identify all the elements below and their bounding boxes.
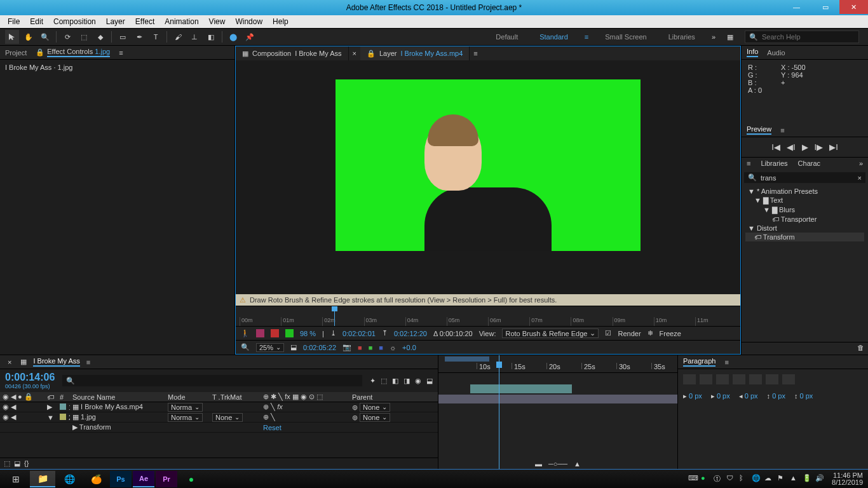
panel-menu-icon[interactable]: ≡ (724, 358, 728, 366)
comp-mini-flowchart-icon[interactable]: ✦ (370, 377, 376, 385)
search-help-field[interactable]: 🔍 (745, 30, 859, 43)
timeline-playhead[interactable] (499, 355, 499, 469)
graph-editor-icon[interactable]: ⬓ (426, 377, 433, 385)
effects-search[interactable]: 🔍 × (744, 172, 865, 183)
roto-percent[interactable]: 98 % (300, 330, 316, 337)
taskbar-chrome-icon[interactable]: 🌐 (57, 471, 82, 487)
brush-tool-icon[interactable]: 🖌 (171, 30, 185, 44)
layer-bar-2[interactable] (438, 395, 677, 403)
col-source-name[interactable]: Source Name (70, 393, 165, 401)
tab-info[interactable]: Info (747, 48, 758, 57)
magnify-icon[interactable]: 🔍 (241, 343, 250, 351)
tray-volume-icon[interactable]: 🔊 (815, 474, 825, 484)
mode-dropdown[interactable]: Norma ⌄ (168, 403, 203, 412)
type-tool-icon[interactable]: T (149, 30, 163, 44)
camera-tool-icon[interactable]: ⬚ (77, 30, 91, 44)
start-button[interactable]: ⊞ (3, 471, 29, 487)
transform-reset[interactable]: Reset (261, 424, 299, 431)
workspace-grid-icon[interactable]: ▦ (727, 33, 733, 41)
justify-all-icon[interactable] (782, 374, 795, 384)
fx-blurs[interactable]: ▼ ▇ Blurs (745, 205, 864, 215)
channel-red-icon[interactable]: ■ (358, 344, 362, 351)
channel-green-icon[interactable]: ■ (369, 344, 373, 351)
timeline-search[interactable]: 🔍 (62, 375, 362, 386)
panel-menu-icon[interactable]: ≡ (470, 50, 481, 57)
menu-view[interactable]: View (204, 17, 231, 26)
render-checkbox[interactable]: ☑ (605, 329, 611, 337)
tab-composition[interactable]: ▦ Composition I Broke My Ass (236, 46, 349, 60)
roto-in-time[interactable]: 0:02:02:01 (342, 330, 376, 337)
timeline-comp-name[interactable]: I Broke My Ass (33, 357, 79, 367)
toggle-modes-icon[interactable]: ⬓ (14, 459, 20, 468)
roto-swatch-red[interactable] (271, 329, 279, 337)
tab-paragraph[interactable]: Paragraph (683, 357, 715, 367)
align-right-icon[interactable] (716, 374, 729, 384)
freeze-icon[interactable]: ❄ (648, 329, 653, 337)
workspace-default[interactable]: Default (491, 32, 523, 42)
menu-file[interactable]: File (3, 17, 25, 26)
mini-playhead[interactable] (334, 308, 335, 326)
search-help-input[interactable] (762, 33, 855, 41)
tab-layer[interactable]: 🔒 Layer I Broke My Ass.mp4 (360, 46, 470, 60)
work-area-bar[interactable] (445, 356, 489, 362)
tab-effect-controls[interactable]: Effect Controls (47, 48, 93, 55)
maximize-button[interactable]: ▭ (811, 0, 839, 14)
mode-dropdown[interactable]: Norma ⌄ (168, 413, 203, 422)
align-center-icon[interactable] (700, 374, 712, 384)
workspace-small-screen[interactable]: Small Screen (600, 32, 651, 42)
tray-cloud-icon[interactable]: ☁ (764, 474, 775, 484)
roto-brush-tool-icon[interactable]: ⬤ (226, 30, 240, 44)
panel-menu-icon[interactable]: ≡ (742, 158, 756, 170)
tray-flag-icon[interactable]: ⚑ (777, 474, 787, 484)
roto-swatch-magenta[interactable] (256, 329, 264, 337)
align-left-icon[interactable] (683, 374, 696, 384)
close-button[interactable]: ✕ (839, 0, 868, 14)
in-point-icon[interactable]: ⤓ (330, 329, 336, 337)
space-before[interactable]: ↕ 0 px (767, 392, 785, 400)
pan-behind-tool-icon[interactable]: ◆ (93, 30, 107, 44)
taskbar-premiere-icon[interactable]: Pr (156, 471, 177, 487)
timeline-track-area[interactable]: 10s 15s 20s 25s 30s 35s ▬ ─○── ▲ (438, 355, 677, 469)
snapshot-icon[interactable]: 📷 (342, 343, 351, 351)
layer-bar-1[interactable] (470, 384, 572, 393)
taskbar-explorer-icon[interactable]: 📁 (30, 471, 55, 487)
fx-animation-presets[interactable]: ▼ * Animation Presets (745, 187, 864, 196)
layer-mini-timeline[interactable]: 00m 01m 02m 03m 04m 05m 06m 07m 08m 09m … (236, 306, 740, 326)
view-dropdown[interactable]: Roto Brush & Refine Edge ⌄ (502, 329, 599, 338)
play-icon[interactable]: ▶ (802, 142, 808, 152)
layer-viewer[interactable] (236, 60, 740, 294)
minimize-button[interactable]: — (782, 0, 811, 14)
fx-distort[interactable]: ▼ Distort (745, 224, 864, 233)
tray-app-icon[interactable]: ⓣ (714, 474, 724, 484)
tray-shield-icon[interactable]: 🛡 (726, 474, 736, 484)
menu-composition[interactable]: Composition (48, 17, 101, 26)
channel-blue-icon[interactable]: ■ (379, 344, 383, 351)
pen-tool-icon[interactable]: ✒ (132, 30, 146, 44)
tab-libraries[interactable]: Libraries (756, 158, 792, 170)
indent-right[interactable]: ◂ 0 px (739, 392, 758, 400)
menu-layer[interactable]: Layer (101, 17, 130, 26)
last-frame-icon[interactable]: ▶I (829, 142, 838, 152)
toggle-switches-icon[interactable]: ⬚ (4, 459, 10, 468)
prev-frame-icon[interactable]: ◀I (787, 142, 796, 152)
indent-left[interactable]: ▸ 0 px (683, 392, 702, 400)
tab-audio[interactable]: Audio (767, 49, 785, 57)
zoom-out-icon[interactable]: ▬ (535, 460, 542, 468)
roto-swatch-green[interactable] (285, 329, 294, 337)
roto-out-time[interactable]: 0:02:12:20 (394, 330, 427, 337)
toggle-in-out-icon[interactable]: {} (24, 459, 29, 468)
menu-animation[interactable]: Animation (159, 17, 203, 26)
fx-transporter[interactable]: 🏷 Transporter (745, 215, 864, 224)
hand-tool-icon[interactable]: ✋ (22, 30, 36, 44)
rectangle-tool-icon[interactable]: ▭ (116, 30, 130, 44)
draft-3d-icon[interactable]: ⬚ (381, 377, 387, 385)
workspace-libraries[interactable]: Libraries (663, 32, 700, 42)
puppet-tool-icon[interactable]: 📌 (243, 30, 257, 44)
layer-row-2[interactable]: ◉ ◀ ▼ 2 ▦ 1.jpg Norma ⌄ None ⌄ ⊕ ╲ ⊚ Non… (0, 412, 438, 423)
tray-battery-icon[interactable]: 🔋 (803, 474, 813, 484)
rotate-tool-icon[interactable]: ⟳ (60, 30, 74, 44)
trkmat-dropdown[interactable]: None ⌄ (212, 413, 243, 422)
viewer-time[interactable]: 0:02:05:22 (303, 344, 336, 351)
motion-blur-icon[interactable]: ◉ (415, 377, 421, 385)
next-frame-icon[interactable]: I▶ (815, 142, 824, 152)
